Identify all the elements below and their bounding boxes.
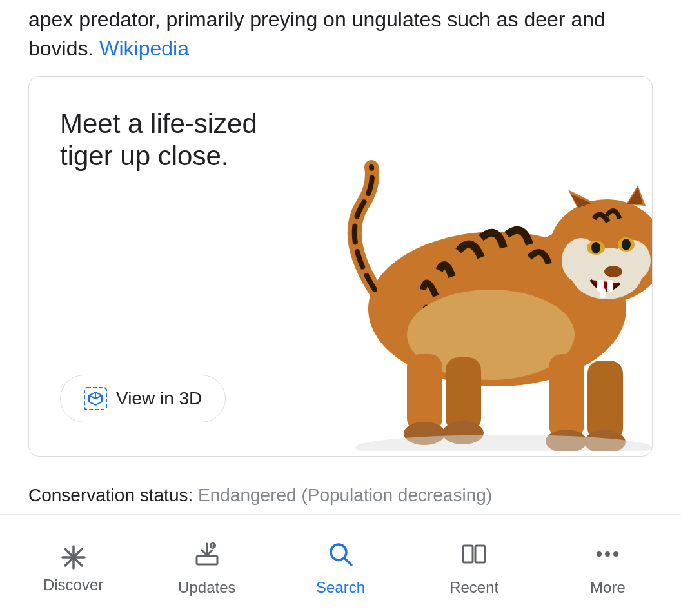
card-title: Meet a life-sized tiger up close. xyxy=(60,108,257,173)
svg-rect-21 xyxy=(600,288,606,298)
asterisk-icon xyxy=(60,544,87,571)
svg-point-46 xyxy=(597,551,602,557)
description-paragraph: apex predator, primarily preying on ungu… xyxy=(28,5,653,63)
bottom-navigation: Discover Updates Search xyxy=(0,514,681,616)
tiger-illustration xyxy=(310,109,653,451)
view-3d-button[interactable]: View in 3D xyxy=(60,375,226,422)
svg-rect-13 xyxy=(587,361,623,441)
svg-point-22 xyxy=(604,266,622,277)
svg-line-31 xyxy=(95,395,102,399)
3d-cube-icon xyxy=(84,387,107,410)
svg-rect-37 xyxy=(197,556,217,564)
wikipedia-link[interactable]: Wikipedia xyxy=(99,37,189,60)
svg-point-26 xyxy=(622,239,631,250)
conservation-value: Endangered (Population decreasing) xyxy=(198,485,492,505)
svg-rect-45 xyxy=(475,546,485,562)
more-icon xyxy=(594,541,621,573)
nav-item-more[interactable]: More xyxy=(541,534,675,597)
nav-label-recent: Recent xyxy=(449,579,498,597)
tiger-3d-card: Meet a life-sized tiger up close. xyxy=(28,76,653,457)
svg-rect-20 xyxy=(607,280,613,292)
nav-item-updates[interactable]: Updates xyxy=(140,534,273,597)
nav-item-discover[interactable]: Discover xyxy=(6,537,140,594)
svg-point-47 xyxy=(605,551,610,557)
nav-label-search: Search xyxy=(316,579,365,597)
nav-label-discover: Discover xyxy=(43,576,103,594)
updates-icon xyxy=(193,541,221,573)
view-3d-label: View in 3D xyxy=(116,388,202,409)
recent-icon xyxy=(460,541,488,573)
svg-rect-15 xyxy=(407,354,442,432)
description-text: apex predator, primarily preying on ungu… xyxy=(0,0,681,63)
svg-rect-17 xyxy=(446,357,481,432)
conservation-status: Conservation status: Endangered (Populat… xyxy=(0,470,681,521)
nav-label-more: More xyxy=(590,579,626,597)
svg-rect-44 xyxy=(463,546,473,562)
nav-item-recent[interactable]: Recent xyxy=(408,534,541,597)
svg-rect-11 xyxy=(549,354,584,438)
svg-line-43 xyxy=(344,558,351,565)
svg-point-41 xyxy=(212,546,213,548)
svg-line-32 xyxy=(89,395,95,399)
svg-point-24 xyxy=(591,242,600,253)
nav-label-updates: Updates xyxy=(178,579,235,597)
svg-point-48 xyxy=(613,551,618,557)
conservation-label: Conservation status: xyxy=(28,485,198,505)
search-icon xyxy=(327,541,354,573)
nav-item-search[interactable]: Search xyxy=(273,534,407,597)
